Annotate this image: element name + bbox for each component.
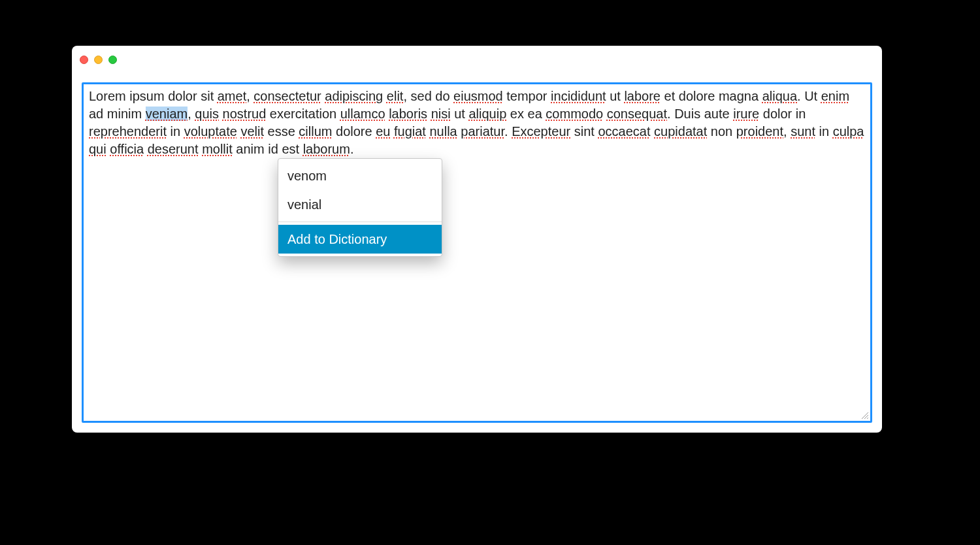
text-run[interactable]: . (504, 124, 512, 139)
spellcheck-context-menu[interactable]: venomvenialAdd to Dictionary (278, 158, 442, 257)
misspelled-word[interactable]: adipiscing (325, 89, 383, 103)
text-run[interactable]: Lorem ipsum dolor sit (89, 89, 218, 103)
misspelled-word[interactable]: cupidatat (654, 124, 707, 139)
misspelled-word[interactable]: mollit (202, 142, 233, 156)
misspelled-word[interactable]: laborum (303, 142, 350, 156)
text-run[interactable]: et dolore magna (661, 89, 762, 103)
text-run[interactable]: sint (570, 124, 598, 139)
misspelled-word[interactable]: elit (387, 89, 404, 103)
misspelled-word[interactable]: nostrud (223, 107, 267, 121)
text-run[interactable]: dolor in (759, 107, 806, 121)
misspelled-word[interactable]: pariatur (461, 124, 504, 139)
context-menu-separator (278, 222, 442, 222)
misspelled-word[interactable]: quis (195, 107, 219, 121)
text-run[interactable]: anim id est (233, 142, 303, 156)
misspelled-word[interactable]: reprehenderit (89, 124, 167, 139)
misspelled-word[interactable]: qui (89, 142, 106, 156)
window-close-button[interactable] (80, 56, 88, 64)
window-zoom-button[interactable] (108, 56, 117, 64)
text-run[interactable]: , sed do (403, 89, 453, 103)
misspelled-word[interactable]: velit (240, 124, 264, 139)
text-run[interactable]: dolore (332, 124, 376, 139)
text-run[interactable]: ex ea (506, 107, 546, 121)
text-editor-frame: Lorem ipsum dolor sit amet, consectetur … (82, 82, 872, 423)
text-run[interactable]: ut (451, 107, 469, 121)
text-run[interactable]: ad minim (89, 107, 146, 121)
text-run[interactable]: , (246, 89, 253, 103)
text-run[interactable]: , (783, 124, 791, 139)
misspelled-word[interactable]: officia (110, 142, 144, 156)
misspelled-word[interactable]: consequat (607, 107, 667, 121)
misspelled-word[interactable]: laboris (389, 107, 427, 121)
context-menu-item[interactable]: venom (278, 161, 442, 190)
misspelled-word[interactable]: occaecat (598, 124, 650, 139)
text-run[interactable]: . Ut (797, 89, 821, 103)
misspelled-word[interactable]: Excepteur (512, 124, 570, 139)
text-run[interactable]: . Duis aute (667, 107, 733, 121)
misspelled-word[interactable]: aliquip (468, 107, 506, 121)
misspelled-word[interactable]: nisi (431, 107, 451, 121)
misspelled-word[interactable]: ullamco (340, 107, 385, 121)
text-run[interactable]: ut (606, 89, 625, 103)
misspelled-word[interactable]: eiusmod (453, 89, 503, 103)
misspelled-word[interactable]: voluptate (184, 124, 237, 139)
text-run[interactable]: in (167, 124, 184, 139)
titlebar[interactable] (72, 46, 882, 69)
selected-word[interactable]: veniam (146, 107, 188, 121)
context-menu-item[interactable]: venial (278, 190, 442, 219)
text-run[interactable]: exercitation (266, 107, 340, 121)
misspelled-word[interactable]: enim (821, 89, 849, 103)
misspelled-word[interactable]: sunt (791, 124, 815, 139)
context-menu-item[interactable]: Add to Dictionary (278, 225, 442, 254)
misspelled-word[interactable]: commodo (546, 107, 603, 121)
window-minimize-button[interactable] (94, 56, 103, 64)
misspelled-word[interactable]: consectetur (253, 89, 321, 103)
misspelled-word[interactable]: deserunt (148, 142, 199, 156)
text-editor[interactable]: Lorem ipsum dolor sit amet, consectetur … (84, 84, 870, 421)
misspelled-word[interactable]: cillum (299, 124, 332, 139)
text-run[interactable]: tempor (503, 89, 551, 103)
misspelled-word[interactable]: nulla (429, 124, 457, 139)
text-run[interactable]: , (188, 107, 195, 121)
misspelled-word[interactable]: proident (736, 124, 783, 139)
text-run[interactable]: non (707, 124, 736, 139)
app-window: Lorem ipsum dolor sit amet, consectetur … (72, 46, 882, 433)
text-run[interactable]: esse (264, 124, 299, 139)
misspelled-word[interactable]: amet (218, 89, 246, 103)
misspelled-word[interactable]: fugiat (394, 124, 426, 139)
misspelled-word[interactable]: incididunt (551, 89, 606, 103)
misspelled-word[interactable]: aliqua (762, 89, 797, 103)
text-run[interactable]: in (815, 124, 833, 139)
misspelled-word[interactable]: irure (733, 107, 759, 121)
text-run[interactable]: . (350, 142, 354, 156)
misspelled-word[interactable]: eu (376, 124, 390, 139)
misspelled-word[interactable]: labore (624, 89, 661, 103)
misspelled-word[interactable]: culpa (833, 124, 864, 139)
